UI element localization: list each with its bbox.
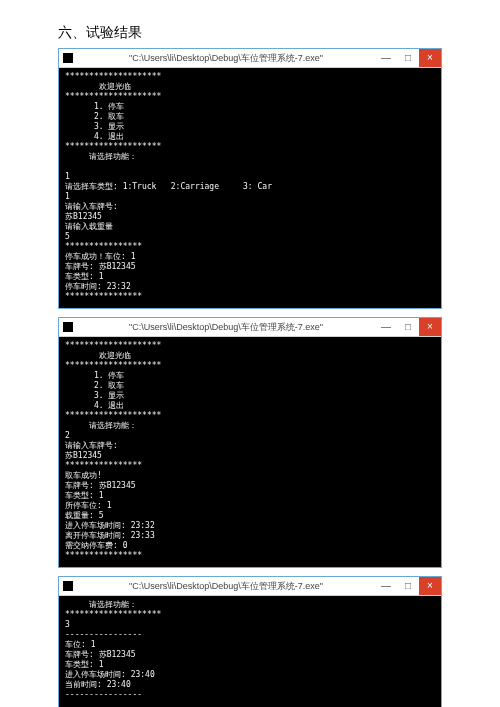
console-window-2: "C:\Users\li\Desktop\Debug\车位管理系统-7.exe"… [58,317,442,568]
window-controls: — □ × [375,49,441,67]
close-button[interactable]: × [419,49,441,67]
titlebar: "C:\Users\li\Desktop\Debug\车位管理系统-7.exe"… [59,318,441,337]
app-icon [63,53,73,63]
app-icon [63,581,73,591]
console-window-3: "C:\Users\li\Desktop\Debug\车位管理系统-7.exe"… [58,576,442,707]
maximize-button[interactable]: □ [397,318,419,336]
console-window-1: "C:\Users\li\Desktop\Debug\车位管理系统-7.exe"… [58,48,442,309]
close-button[interactable]: × [419,577,441,595]
minimize-button[interactable]: — [375,318,397,336]
console-output-1: ******************** 欢迎光临 **************… [59,68,441,308]
maximize-button[interactable]: □ [397,577,419,595]
minimize-button[interactable]: — [375,49,397,67]
titlebar: "C:\Users\li\Desktop\Debug\车位管理系统-7.exe"… [59,577,441,596]
minimize-button[interactable]: — [375,577,397,595]
window-title: "C:\Users\li\Desktop\Debug\车位管理系统-7.exe" [77,321,375,334]
window-controls: — □ × [375,318,441,336]
section-heading: 六、试验结果 [58,24,442,42]
close-button[interactable]: × [419,318,441,336]
window-controls: — □ × [375,577,441,595]
maximize-button[interactable]: □ [397,49,419,67]
app-icon [63,322,73,332]
titlebar: "C:\Users\li\Desktop\Debug\车位管理系统-7.exe"… [59,49,441,68]
window-title: "C:\Users\li\Desktop\Debug\车位管理系统-7.exe" [77,580,375,593]
console-output-2: ******************** 欢迎光临 **************… [59,337,441,567]
console-output-3: 请选择功能： ******************** 3 ----------… [59,596,441,707]
window-title: "C:\Users\li\Desktop\Debug\车位管理系统-7.exe" [77,52,375,65]
